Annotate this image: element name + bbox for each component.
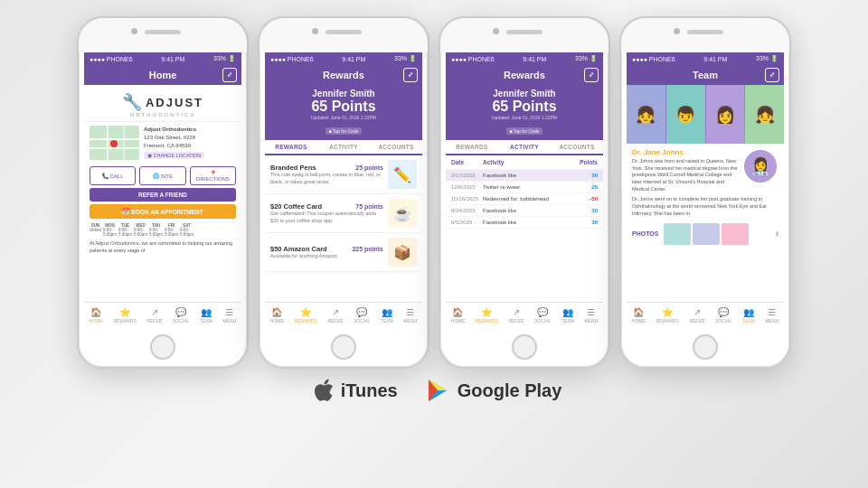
team-nav: 🏠HOME ⭐REWARDS ↗REFER 💬SOCIAL 👥TEAM ☰MEN… xyxy=(627,302,784,329)
tab-accounts-3[interactable]: ACCOUNTS xyxy=(551,140,603,154)
tab-rewards-2[interactable]: REWARDS xyxy=(265,140,317,155)
change-location-btn[interactable]: ◉ CHANGE LOCATION xyxy=(144,152,204,159)
nav-team[interactable]: 👥TEAM xyxy=(200,308,212,324)
act-pts-4: 30 xyxy=(571,208,598,213)
rewards-tabs-2: REWARDS ACTIVITY ACCOUNTS xyxy=(265,140,422,155)
nav2-refer[interactable]: ↗REFER xyxy=(327,308,343,324)
team-photo-1: 👧 xyxy=(627,85,665,144)
biz-name: Adjust Orthodontics xyxy=(144,126,204,134)
nav3-home[interactable]: 🏠HOME xyxy=(451,308,465,324)
nav2-menu-icon: ☰ xyxy=(406,308,414,317)
act-row-3: 10/16/2015 Redeemed for: bobblehead -50 xyxy=(446,193,603,205)
itunes-btn[interactable]: iTunes xyxy=(307,379,398,402)
nav-rewards[interactable]: ⭐REWARDS xyxy=(113,308,136,324)
logo-text: 🔧 ADJUST xyxy=(122,92,203,112)
nav2-social[interactable]: 💬SOCIAL xyxy=(354,308,370,324)
nav3-home-icon: 🏠 xyxy=(452,308,463,317)
reward-pts-2: 75 points xyxy=(355,203,383,210)
refer-btn[interactable]: REFER A FRIEND xyxy=(90,188,236,202)
map-svg xyxy=(90,126,139,160)
team-header: Team ⤢ xyxy=(627,65,784,85)
expand-btn-3[interactable]: ⤢ xyxy=(584,68,599,82)
photos-next-arrow[interactable]: › xyxy=(776,229,778,239)
directions-btn[interactable]: 📍 DIRECTIONS xyxy=(190,166,236,185)
status-bar-2: ●●●● PHONE6 9:41 PM 33% 🔋 xyxy=(265,52,422,65)
nav2-rewards[interactable]: ⭐REWARDS xyxy=(294,308,316,324)
status-bar-3: ●●●● PHONE6 9:41 PM 33% 🔋 xyxy=(446,52,603,65)
nav2-menu[interactable]: ☰MENU xyxy=(403,308,417,324)
tab-accounts-2[interactable]: ACCOUNTS xyxy=(370,140,422,154)
nav-social[interactable]: 💬SOCIAL xyxy=(173,308,189,324)
nav3-refer[interactable]: ↗REFER xyxy=(508,308,524,324)
act-act-3: Redeemed for: bobblehead xyxy=(483,196,571,202)
nav-social-label: SOCIAL xyxy=(173,318,189,324)
nav4-refer[interactable]: ↗REFER xyxy=(689,308,704,324)
nav-menu-label: MENU xyxy=(222,318,236,324)
home-button-4[interactable] xyxy=(693,334,718,360)
apple-logo-svg xyxy=(314,379,334,402)
phone-speaker-4 xyxy=(687,30,723,34)
google-play-btn[interactable]: Google Play xyxy=(425,378,562,403)
nav-home[interactable]: 🏠HOME xyxy=(90,308,103,324)
nav4-social[interactable]: 💬SOCIAL xyxy=(715,308,731,324)
google-play-name: Google Play xyxy=(458,381,562,399)
call-btn[interactable]: 📞 CALL xyxy=(90,166,136,185)
site-btn[interactable]: 🌐 SITE xyxy=(139,166,185,185)
col-date: Date xyxy=(451,159,483,165)
tab-activity-3[interactable]: ACTIVITY xyxy=(498,140,551,155)
nav2-refer-icon: ↗ xyxy=(332,308,339,317)
nav2-team[interactable]: 👥TEAM xyxy=(381,308,393,324)
book-btn[interactable]: 📅 BOOK AN APPOINTMENT xyxy=(90,204,236,219)
home-button-2[interactable] xyxy=(331,334,356,360)
patient-name-3: Jennifer Smith xyxy=(449,89,599,99)
nav3-team[interactable]: 👥TEAM xyxy=(561,308,574,324)
reward-item-2: $20 Coffee Card 75 points Get caffeinate… xyxy=(265,194,422,233)
home-desc: At Adjust Orthodontics, we are committed… xyxy=(84,239,241,256)
expand-btn-4[interactable]: ⤢ xyxy=(765,68,779,82)
nav4-home[interactable]: 🏠HOME xyxy=(632,308,646,324)
nav-refer[interactable]: ↗REFER xyxy=(146,308,162,324)
tab-activity-2[interactable]: ACTIVITY xyxy=(317,140,370,154)
home-header: Home ⤢ xyxy=(84,65,241,85)
home-button-3[interactable] xyxy=(512,334,537,360)
street: 123 Oak Street, #228 xyxy=(144,134,204,142)
status-left-3: ●●●● PHONE6 xyxy=(451,56,495,62)
rewards-info: Jennifer Smith 65 Points Updated: June 0… xyxy=(265,85,422,140)
nav3-menu[interactable]: ☰MENU xyxy=(584,308,598,324)
phone-home: ●●●● PHONE6 9:41 PM 33% 🔋 Home ⤢ 🔧 ADJUS… xyxy=(77,16,249,369)
rewards-nav: 🏠HOME ⭐REWARDS ↗REFER 💬SOCIAL 👥TEAM ☰MEN… xyxy=(265,302,422,329)
col-activity: Activity xyxy=(483,159,571,165)
tap-code-3[interactable]: ■ Tap for Code xyxy=(506,127,543,135)
home-button-1[interactable] xyxy=(150,334,175,360)
tab-rewards-3[interactable]: REWARDS xyxy=(446,140,498,154)
nav4-menu[interactable]: ☰MENU xyxy=(765,308,778,324)
expand-btn-2[interactable]: ⤢ xyxy=(403,68,418,82)
nav3-menu-icon: ☰ xyxy=(587,308,595,317)
reward-info-3: $50 Amazon Card 225 points Available for… xyxy=(270,245,383,259)
points-display-3: 65 Points xyxy=(449,99,599,115)
nav4-rewards[interactable]: ⭐REWARDS xyxy=(656,308,678,324)
city: Fremont, CA 94539 xyxy=(144,142,204,150)
status-time-3: 9:41 PM xyxy=(523,56,546,62)
updated-2: Updated: June 01, 2016 1:22PM xyxy=(269,115,419,120)
itunes-text: iTunes xyxy=(341,381,398,399)
nav2-social-icon: 💬 xyxy=(356,308,367,317)
patient-name-2: Jennifer Smith xyxy=(269,89,419,99)
logo-icon: 🔧 xyxy=(122,92,143,112)
hours-mon: MON9:00-5:00pm xyxy=(103,223,117,237)
phone-speaker-3 xyxy=(506,30,542,34)
hours-fri: FRI9:00-5:00pm xyxy=(165,223,178,237)
phone-speaker xyxy=(145,30,181,34)
nav3-rewards[interactable]: ⭐REWARDS xyxy=(475,308,497,324)
activity-header: Rewards ⤢ xyxy=(446,65,603,85)
hours-sun: SUNclosed xyxy=(90,223,101,237)
nav4-team[interactable]: 👥TEAM xyxy=(742,308,755,324)
tap-code-2[interactable]: ■ Tap for Code xyxy=(326,127,363,135)
nav3-social[interactable]: 💬SOCIAL xyxy=(534,308,551,324)
nav2-home[interactable]: 🏠HOME xyxy=(270,308,284,324)
nav-menu[interactable]: ☰MENU xyxy=(222,308,236,324)
expand-btn-1[interactable]: ⤢ xyxy=(222,68,237,82)
team-title: Team xyxy=(693,70,718,80)
act-date-1: 2/17/2016 xyxy=(451,173,483,178)
itunes-name: iTunes xyxy=(341,381,398,399)
